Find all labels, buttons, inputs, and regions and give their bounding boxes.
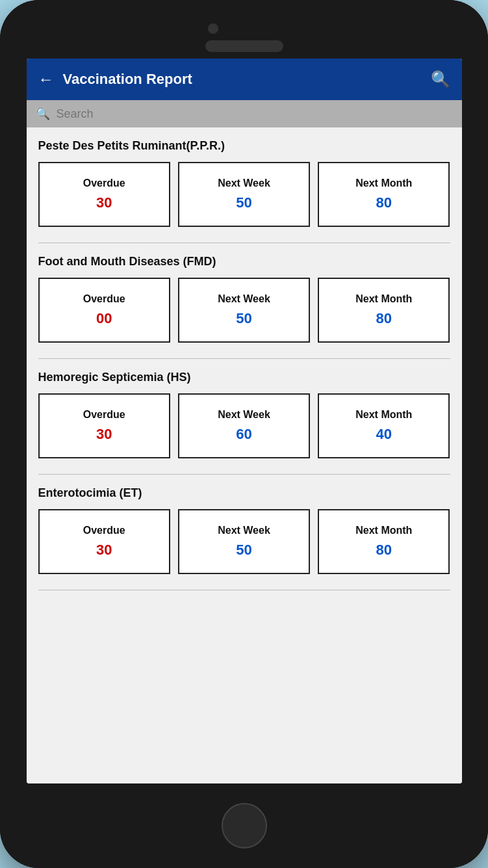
phone-screen: ← Vaccination Report 🔍 🔍 Peste Des Petit… [27, 59, 462, 783]
next-week-value-ppr: 50 [236, 194, 251, 211]
next-month-card-fmd[interactable]: Next Month 80 [318, 278, 450, 343]
next-week-label-hs: Next Week [218, 409, 270, 421]
phone-frame: ← Vaccination Report 🔍 🔍 Peste Des Petit… [0, 0, 488, 868]
app-header: ← Vaccination Report 🔍 [27, 59, 462, 100]
page-title: Vaccination Report [63, 71, 431, 88]
phone-top-bar [0, 0, 488, 59]
cards-row-hs: Overdue 30 Next Week 60 Next Month 40 [38, 393, 450, 458]
next-month-label-fmd: Next Month [355, 293, 412, 305]
next-week-card-fmd[interactable]: Next Week 50 [178, 278, 310, 343]
cards-row-fmd: Overdue 00 Next Week 50 Next Month 80 [38, 278, 450, 343]
cards-row-ppr: Overdue 30 Next Week 50 Next Month 80 [38, 162, 450, 227]
overdue-card-fmd[interactable]: Overdue 00 [38, 278, 170, 343]
search-icon[interactable]: 🔍 [431, 70, 450, 88]
disease-section-et: Enterotocimia (ET) Overdue 30 Next Week … [27, 475, 462, 587]
next-month-label-hs: Next Month [355, 409, 412, 421]
overdue-label-hs: Overdue [83, 409, 125, 421]
next-week-value-hs: 60 [236, 426, 251, 443]
next-week-value-fmd: 50 [236, 310, 251, 327]
search-bar: 🔍 [27, 100, 462, 127]
overdue-card-hs[interactable]: Overdue 30 [38, 393, 170, 458]
next-week-label-ppr: Next Week [218, 178, 270, 189]
disease-name-fmd: Foot and Mouth Diseases (FMD) [38, 255, 450, 269]
disease-section-fmd: Foot and Mouth Diseases (FMD) Overdue 00… [27, 243, 462, 356]
overdue-label-ppr: Overdue [83, 178, 125, 189]
search-input[interactable] [57, 107, 453, 121]
home-button[interactable] [222, 803, 267, 848]
cards-row-et: Overdue 30 Next Week 50 Next Month 80 [38, 509, 450, 574]
next-month-label-et: Next Month [355, 525, 412, 536]
next-month-label-ppr: Next Month [355, 178, 412, 189]
next-week-card-et[interactable]: Next Week 50 [178, 509, 310, 574]
overdue-value-et: 30 [96, 542, 112, 559]
divider-4 [38, 590, 450, 590]
disease-section-hs: Hemoregic Septicemia (HS) Overdue 30 Nex… [27, 359, 462, 471]
disease-section-ppr: Peste Des Petits Ruminant(P.P.R.) Overdu… [27, 127, 462, 240]
back-button[interactable]: ← [38, 70, 54, 88]
disease-name-ppr: Peste Des Petits Ruminant(P.P.R.) [38, 139, 450, 153]
disease-name-hs: Hemoregic Septicemia (HS) [38, 371, 450, 384]
next-week-label-et: Next Week [218, 525, 270, 536]
search-icon-small: 🔍 [36, 107, 50, 121]
overdue-card-ppr[interactable]: Overdue 30 [38, 162, 170, 227]
phone-camera [208, 23, 218, 34]
overdue-card-et[interactable]: Overdue 30 [38, 509, 170, 574]
next-month-card-ppr[interactable]: Next Month 80 [318, 162, 450, 227]
next-week-label-fmd: Next Week [218, 293, 270, 305]
content-area: Peste Des Petits Ruminant(P.P.R.) Overdu… [27, 127, 462, 783]
next-week-value-et: 50 [236, 542, 251, 559]
next-week-card-hs[interactable]: Next Week 60 [178, 393, 310, 458]
next-month-value-hs: 40 [376, 426, 392, 443]
overdue-value-hs: 30 [96, 426, 112, 443]
next-month-value-fmd: 80 [376, 310, 392, 327]
phone-bottom-bar [0, 783, 488, 868]
overdue-value-fmd: 00 [96, 310, 112, 327]
next-week-card-ppr[interactable]: Next Week 50 [178, 162, 310, 227]
next-month-card-hs[interactable]: Next Month 40 [318, 393, 450, 458]
next-month-card-et[interactable]: Next Month 80 [318, 509, 450, 574]
next-month-value-et: 80 [376, 542, 392, 559]
overdue-value-ppr: 30 [96, 194, 112, 211]
next-month-value-ppr: 80 [376, 194, 392, 211]
overdue-label-fmd: Overdue [83, 293, 125, 305]
phone-speaker [205, 40, 283, 52]
overdue-label-et: Overdue [83, 525, 125, 536]
disease-name-et: Enterotocimia (ET) [38, 486, 450, 500]
